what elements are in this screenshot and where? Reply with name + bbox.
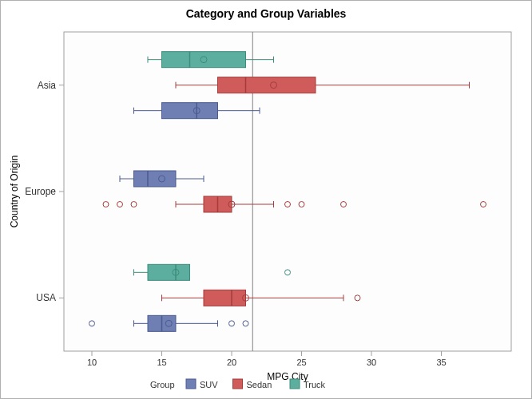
box [148, 264, 190, 280]
y-tick-label: USA [36, 292, 56, 303]
legend-swatch [233, 379, 243, 389]
box [218, 77, 316, 93]
x-tick-label: 30 [367, 358, 376, 367]
box [134, 171, 177, 187]
legend-swatch [186, 379, 196, 389]
y-tick-label: Asia [38, 80, 57, 91]
box [162, 103, 218, 119]
legend-item-label: Sedan [247, 380, 272, 389]
x-tick-label: 20 [227, 358, 236, 367]
y-axis-label: Country of Origin [9, 156, 20, 228]
chart-container: Category and Group Variables101520253035… [0, 0, 532, 399]
x-axis-label: MPG City [267, 371, 308, 382]
x-tick-label: 25 [296, 358, 306, 367]
box [162, 52, 246, 68]
x-tick-label: 35 [436, 358, 446, 367]
box [204, 290, 246, 306]
legend-item-label: SUV [200, 380, 218, 389]
x-tick-label: 15 [157, 358, 166, 367]
y-tick-label: Europe [25, 186, 56, 197]
legend-item-label: Truck [304, 380, 326, 389]
legend-title: Group [150, 380, 175, 389]
x-tick-label: 10 [87, 358, 97, 367]
chart-title: Category and Group Variables [186, 7, 347, 20]
boxplot-chart: Category and Group Variables101520253035… [0, 0, 532, 399]
legend-swatch [290, 379, 300, 389]
